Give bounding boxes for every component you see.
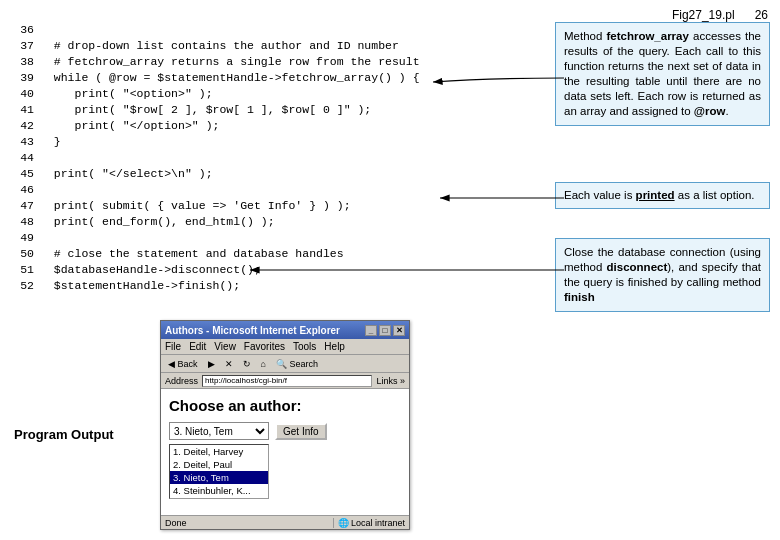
- menu-tools[interactable]: Tools: [293, 341, 316, 352]
- list-item-selected[interactable]: 3. Nieto, Tem: [170, 471, 268, 484]
- list-item[interactable]: 4. Steinbuhler, K...: [170, 484, 268, 497]
- browser-window[interactable]: Authors - Microsoft Internet Explorer _ …: [160, 320, 410, 530]
- ann3-text: Close the database connection (using met…: [564, 246, 761, 303]
- refresh-button[interactable]: ↻: [240, 358, 254, 370]
- code-line-39: 39 while ( @row = $statementHandle->fetc…: [10, 70, 440, 86]
- code-line-44: 44: [10, 150, 440, 166]
- menu-favorites[interactable]: Favorites: [244, 341, 285, 352]
- browser-menubar: File Edit View Favorites Tools Help: [161, 339, 409, 355]
- code-line-38: 38 # fetchrow_array returns a single row…: [10, 54, 440, 70]
- intranet-icon: 🌐: [338, 518, 349, 528]
- browser-content: Choose an author: 3. Nieto, Tem Get Info…: [161, 389, 409, 527]
- menu-view[interactable]: View: [214, 341, 236, 352]
- browser-title: Authors - Microsoft Internet Explorer: [165, 325, 340, 336]
- code-line-37: 37 # drop-down list contains the author …: [10, 38, 440, 54]
- code-line-47: 47 print( submit( { value => 'Get Info' …: [10, 198, 440, 214]
- menu-help[interactable]: Help: [324, 341, 345, 352]
- code-line-52: 52 $statementHandle->finish();: [10, 278, 440, 294]
- annotation-disconnect: Close the database connection (using met…: [555, 238, 770, 312]
- get-info-button[interactable]: Get Info: [275, 423, 327, 440]
- browser-statusbar: Done 🌐 Local intranet: [161, 515, 409, 529]
- browser-toolbar: ◀ Back ▶ ✕ ↻ ⌂ 🔍 Search: [161, 355, 409, 373]
- page-number: 26: [755, 8, 768, 22]
- home-button[interactable]: ⌂: [258, 358, 269, 370]
- ann1-text: Method fetchrow_array accesses the resul…: [564, 30, 761, 117]
- address-label: Address: [165, 376, 198, 386]
- code-line-49: 49: [10, 230, 440, 246]
- list-item[interactable]: 1. Deitel, Harvey: [170, 445, 268, 458]
- browser-titlebar: Authors - Microsoft Internet Explorer _ …: [161, 321, 409, 339]
- filename: Fig27_19.pl: [672, 8, 735, 22]
- code-line-40: 40 print( "<option>" );: [10, 86, 440, 102]
- code-line-42: 42 print( "</option>" );: [10, 118, 440, 134]
- author-listbox[interactable]: 1. Deitel, Harvey 2. Deitel, Paul 3. Nie…: [169, 444, 269, 499]
- maximize-button[interactable]: □: [379, 325, 391, 336]
- program-output-label: Program Output: [14, 427, 114, 442]
- code-line-36: 36: [10, 22, 440, 38]
- code-block: 36 37 # drop-down list contains the auth…: [10, 22, 440, 294]
- annotation-printed: Each value is printed as a list option.: [555, 182, 770, 209]
- list-item[interactable]: 2. Deitel, Paul: [170, 458, 268, 471]
- search-button[interactable]: 🔍 Search: [273, 358, 321, 370]
- code-line-45: 45 print( "</select>\n" );: [10, 166, 440, 182]
- annotation-fetchrow: Method fetchrow_array accesses the resul…: [555, 22, 770, 126]
- form-row: 3. Nieto, Tem Get Info: [169, 422, 401, 440]
- address-input[interactable]: [202, 375, 372, 387]
- links-label: Links »: [376, 376, 405, 386]
- code-line-48: 48 print( end_form(), end_html() );: [10, 214, 440, 230]
- code-line-43: 43 }: [10, 134, 440, 150]
- page-heading: Choose an author:: [169, 397, 401, 414]
- status-done: Done: [165, 518, 329, 528]
- browser-addressbar: Address Links »: [161, 373, 409, 389]
- menu-file[interactable]: File: [165, 341, 181, 352]
- stop-button[interactable]: ✕: [222, 358, 236, 370]
- intranet-label: Local intranet: [351, 518, 405, 528]
- code-line-50: 50 # close the statement and database ha…: [10, 246, 440, 262]
- close-button[interactable]: ✕: [393, 325, 405, 336]
- author-select[interactable]: 3. Nieto, Tem: [169, 422, 269, 440]
- code-line-41: 41 print( "$row[ 2 ], $row[ 1 ], $row[ 0…: [10, 102, 440, 118]
- status-intranet: 🌐 Local intranet: [333, 518, 405, 528]
- minimize-button[interactable]: _: [365, 325, 377, 336]
- back-button[interactable]: ◀ Back: [165, 358, 201, 370]
- code-line-51: 51 $databaseHandle->disconnect();: [10, 262, 440, 278]
- window-controls[interactable]: _ □ ✕: [365, 325, 405, 336]
- menu-edit[interactable]: Edit: [189, 341, 206, 352]
- forward-button[interactable]: ▶: [205, 358, 218, 370]
- header-area: Fig27_19.pl 26: [672, 8, 768, 22]
- ann2-text: Each value is printed as a list option.: [564, 189, 755, 201]
- code-line-46: 46: [10, 182, 440, 198]
